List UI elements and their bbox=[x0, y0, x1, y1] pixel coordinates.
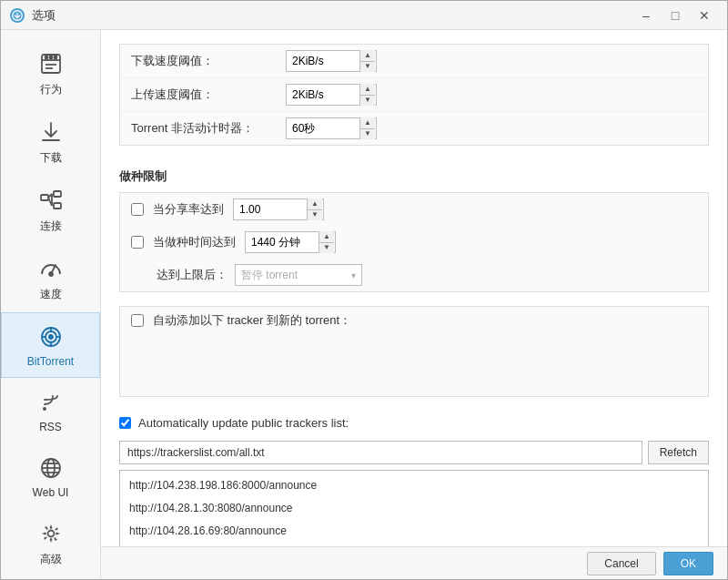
sidebar-item-advanced[interactable]: 高级 bbox=[1, 509, 100, 577]
seeding-time-spinner: ▲ ▼ bbox=[318, 231, 334, 253]
svg-rect-10 bbox=[54, 191, 61, 197]
inactive-timer-input[interactable] bbox=[287, 118, 359, 138]
upload-threshold-control[interactable]: ▲ ▼ bbox=[286, 84, 377, 106]
sidebar-label-rss: RSS bbox=[39, 421, 62, 433]
ok-button[interactable]: OK bbox=[663, 552, 713, 575]
svg-point-5 bbox=[54, 56, 56, 59]
auto-tracker-row: 自动添加以下 tracker 到新的 torrent： bbox=[120, 307, 708, 334]
download-threshold-control[interactable]: ▲ ▼ bbox=[286, 50, 377, 72]
svg-point-24 bbox=[43, 407, 46, 411]
seeding-time-control[interactable]: ▲ ▼ bbox=[245, 231, 336, 253]
auto-tracker-section: 自动添加以下 tracker 到新的 torrent： bbox=[119, 306, 709, 397]
inactive-timer-control[interactable]: ▲ ▼ bbox=[286, 117, 377, 139]
speed-icon bbox=[36, 254, 66, 283]
share-ratio-spinner: ▲ ▼ bbox=[307, 198, 322, 220]
limit-action-row: 达到上限后： 暂停 torrent ▾ bbox=[120, 259, 708, 291]
download-threshold-row: 下载速度阈值： ▲ ▼ bbox=[120, 45, 708, 78]
webui-icon bbox=[36, 453, 66, 483]
maximize-button[interactable]: □ bbox=[662, 5, 689, 26]
sidebar-item-speed[interactable]: 速度 bbox=[1, 244, 100, 312]
seeding-time-row: 当做种时间达到 ▲ ▼ bbox=[120, 226, 708, 259]
refetch-button[interactable]: Refetch bbox=[648, 441, 709, 464]
svg-rect-9 bbox=[41, 195, 48, 200]
cancel-button[interactable]: Cancel bbox=[587, 552, 655, 575]
inactive-timer-row: Torrent 非活动计时器： ▲ ▼ bbox=[120, 112, 708, 145]
window-controls: – □ ✕ bbox=[632, 5, 718, 26]
auto-tracker-textarea-area bbox=[120, 334, 708, 396]
inactive-timer-down[interactable]: ▼ bbox=[360, 129, 375, 140]
upload-threshold-input[interactable] bbox=[287, 85, 359, 105]
limit-action-label: 达到上限后： bbox=[157, 267, 228, 283]
seeding-time-label: 当做种时间达到 bbox=[153, 234, 236, 250]
sidebar-item-download[interactable]: 下载 bbox=[1, 107, 100, 176]
svg-point-30 bbox=[47, 531, 54, 537]
sidebar-item-connection[interactable]: 连接 bbox=[1, 176, 100, 244]
auto-tracker-checkbox[interactable] bbox=[131, 314, 144, 327]
inactive-timer-up[interactable]: ▲ bbox=[360, 117, 375, 129]
list-item: http://104.28.16.69:80/announce bbox=[120, 520, 708, 543]
svg-point-16 bbox=[49, 272, 53, 276]
sidebar-label-bittorrent: BitTorrent bbox=[27, 355, 74, 368]
sidebar-item-behavior[interactable]: 行为 bbox=[1, 39, 100, 107]
seeding-time-checkbox[interactable] bbox=[131, 236, 144, 249]
upload-threshold-down[interactable]: ▼ bbox=[360, 96, 375, 107]
sidebar-label-download: 下载 bbox=[40, 150, 62, 166]
public-trackers-label: Automatically update public trackers lis… bbox=[138, 416, 349, 430]
share-ratio-label: 当分享率达到 bbox=[153, 201, 224, 218]
seeding-time-up[interactable]: ▲ bbox=[319, 231, 334, 243]
sidebar-item-rss[interactable]: RSS bbox=[1, 378, 100, 443]
download-threshold-spinner: ▲ ▼ bbox=[359, 50, 375, 72]
upload-threshold-spinner: ▲ ▼ bbox=[359, 84, 375, 106]
seeding-time-down[interactable]: ▼ bbox=[319, 243, 334, 254]
share-ratio-row: 当分享率达到 ▲ ▼ bbox=[120, 193, 708, 226]
bottom-bar: Cancel OK bbox=[101, 546, 727, 579]
sidebar-label-connection: 连接 bbox=[40, 219, 62, 234]
auto-tracker-label: 自动添加以下 tracker 到新的 torrent： bbox=[153, 312, 351, 329]
main-scroll-area[interactable]: 下载速度阈值： ▲ ▼ 上传速度阈值： bbox=[101, 30, 727, 546]
tracker-url-row: Refetch bbox=[119, 441, 709, 464]
inactive-timer-label: Torrent 非活动计时器： bbox=[131, 120, 277, 137]
share-ratio-up[interactable]: ▲ bbox=[308, 198, 322, 210]
public-trackers-checkbox-row: Automatically update public trackers lis… bbox=[119, 411, 709, 435]
sidebar: 行为 下载 bbox=[1, 30, 101, 579]
download-threshold-label: 下载速度阈值： bbox=[131, 53, 277, 69]
svg-point-3 bbox=[45, 56, 47, 59]
share-ratio-down[interactable]: ▼ bbox=[308, 210, 322, 221]
limit-action-select[interactable]: 暂停 torrent ▾ bbox=[235, 264, 362, 286]
share-ratio-input[interactable] bbox=[234, 199, 307, 219]
sidebar-label-behavior: 行为 bbox=[40, 82, 62, 97]
main-panel: 下载速度阈值： ▲ ▼ 上传速度阈值： bbox=[101, 30, 727, 579]
tracker-list-box[interactable]: http://104.238.198.186:8000/announce htt… bbox=[119, 470, 709, 546]
seeding-section: 做种限制 当分享率达到 ▲ ▼ bbox=[119, 159, 709, 292]
download-threshold-input[interactable] bbox=[287, 51, 359, 71]
seeding-group: 当分享率达到 ▲ ▼ 当做种时间达到 bbox=[119, 192, 709, 292]
connection-icon bbox=[36, 186, 66, 215]
auto-tracker-textarea[interactable] bbox=[131, 334, 697, 384]
content-area: 行为 下载 bbox=[1, 30, 727, 579]
sidebar-label-webui: Web UI bbox=[33, 486, 69, 499]
tracker-url-input[interactable] bbox=[119, 441, 642, 464]
behavior-icon bbox=[36, 49, 66, 78]
app-icon bbox=[10, 8, 25, 23]
seeding-time-input[interactable] bbox=[246, 232, 318, 252]
sidebar-label-advanced: 高级 bbox=[40, 552, 62, 567]
minimize-button[interactable]: – bbox=[632, 5, 660, 26]
svg-point-4 bbox=[49, 56, 52, 59]
download-threshold-up[interactable]: ▲ bbox=[360, 50, 375, 62]
share-ratio-control[interactable]: ▲ ▼ bbox=[233, 198, 324, 220]
download-threshold-down[interactable]: ▼ bbox=[360, 62, 375, 73]
share-ratio-checkbox[interactable] bbox=[131, 203, 144, 216]
list-item: http://104.238.198.186:8000/announce bbox=[120, 474, 708, 497]
speed-thresholds-group: 下载速度阈值： ▲ ▼ 上传速度阈值： bbox=[119, 44, 709, 146]
svg-rect-11 bbox=[54, 203, 61, 209]
public-trackers-checkbox[interactable] bbox=[119, 417, 131, 429]
svg-point-19 bbox=[49, 335, 53, 339]
upload-threshold-up[interactable]: ▲ bbox=[360, 84, 375, 96]
limit-action-value: 暂停 torrent bbox=[241, 268, 298, 283]
seeding-section-title: 做种限制 bbox=[119, 159, 709, 192]
sidebar-item-bittorrent[interactable]: BitTorrent bbox=[1, 312, 100, 378]
upload-threshold-row: 上传速度阈值： ▲ ▼ bbox=[120, 78, 708, 112]
sidebar-item-webui[interactable]: Web UI bbox=[1, 443, 100, 509]
close-button[interactable]: ✕ bbox=[691, 5, 718, 26]
auto-tracker-group: 自动添加以下 tracker 到新的 torrent： bbox=[119, 306, 709, 397]
